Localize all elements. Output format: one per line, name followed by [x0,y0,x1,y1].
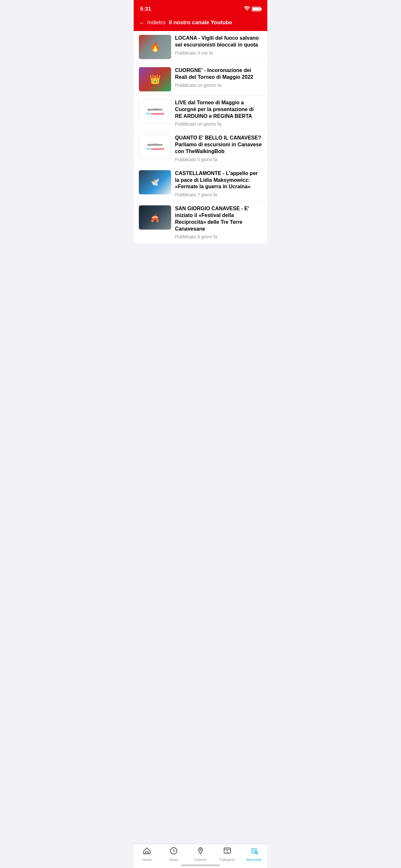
logo-text-4: quotidiano [146,143,164,147]
news-item-3[interactable]: quotidiano canavese LIVE dal Torneo di M… [134,96,267,130]
news-thumbnail-3: quotidiano canavese [139,99,171,124]
logo-wave-icon-4 [146,147,150,151]
news-date-5: Pubblicato 7 giorni fa [175,192,262,197]
news-title-2: CUORGNE' - Incoronazione dei Reali del T… [175,67,262,81]
news-content-1: LOCANA - Vigili del fuoco salvano sei es… [175,35,262,56]
news-title-6: SAN GIORGIO CANAVESE - E' iniziato il «F… [175,206,262,232]
news-item-6[interactable]: SAN GIORGIO CANAVESE - E' iniziato il «F… [134,202,267,243]
battery-icon [252,7,261,11]
logo-text-3: quotidiano [146,108,164,112]
news-thumbnail-5 [139,170,171,194]
back-arrow-icon: ← [139,19,145,27]
news-date-6: Pubblicato 8 giorni fa [175,234,262,239]
news-item-5[interactable]: CASTELLAMONTE - L'appello per la pace di… [134,166,267,201]
news-date-1: Pubblicato 3 ore fa [175,51,262,56]
news-content-5: CASTELLAMONTE - L'appello per la pace di… [175,170,262,197]
news-date-4: Pubblicato 5 giorni fa [175,157,262,162]
wifi-icon [244,6,250,12]
logo-wave-icon-3 [146,112,150,115]
news-content-2: CUORGNE' - Incoronazione dei Reali del T… [175,67,262,88]
news-title-3: LIVE dal Torneo di Maggio a Cuorgnè per … [175,99,262,120]
news-thumbnail-1 [139,35,171,59]
news-thumbnail-4: quotidiano canavese [139,135,171,159]
news-title-1: LOCANA - Vigili del fuoco salvano sei es… [175,35,262,49]
news-date-3: Pubblicato un giorno fa [175,121,262,127]
news-content-6: SAN GIORGIO CANAVESE - E' iniziato il «F… [175,206,262,239]
news-date-2: Pubblicato un giorno fa [175,83,262,88]
nav-bar: ← Indietro Il nostro canale Youtube [134,16,267,31]
news-item-1[interactable]: LOCANA - Vigili del fuoco salvano sei es… [134,31,267,63]
back-button[interactable]: ← Indietro [139,19,166,27]
status-bar: 5:31 [134,0,267,16]
page-title: Il nostro canale Youtube [169,20,232,26]
news-title-5: CASTELLAMONTE - L'appello per la pace di… [175,170,262,190]
status-time: 5:31 [140,6,151,12]
content-list: LOCANA - Vigili del fuoco salvano sei es… [134,31,267,273]
news-title-4: QUANTO E' BELLO IL CANAVESE? Parliamo di… [175,135,262,155]
status-icons [244,6,261,12]
news-thumbnail-6 [139,206,171,229]
news-content-4: QUANTO E' BELLO IL CANAVESE? Parliamo di… [175,135,262,162]
news-item-2[interactable]: CUORGNE' - Incoronazione dei Reali del T… [134,63,267,95]
news-content-3: LIVE dal Torneo di Maggio a Cuorgnè per … [175,99,262,127]
news-thumbnail-2 [139,67,171,91]
back-label: Indietro [147,20,166,26]
news-item-4[interactable]: quotidiano canavese QUANTO E' BELLO IL C… [134,131,267,166]
